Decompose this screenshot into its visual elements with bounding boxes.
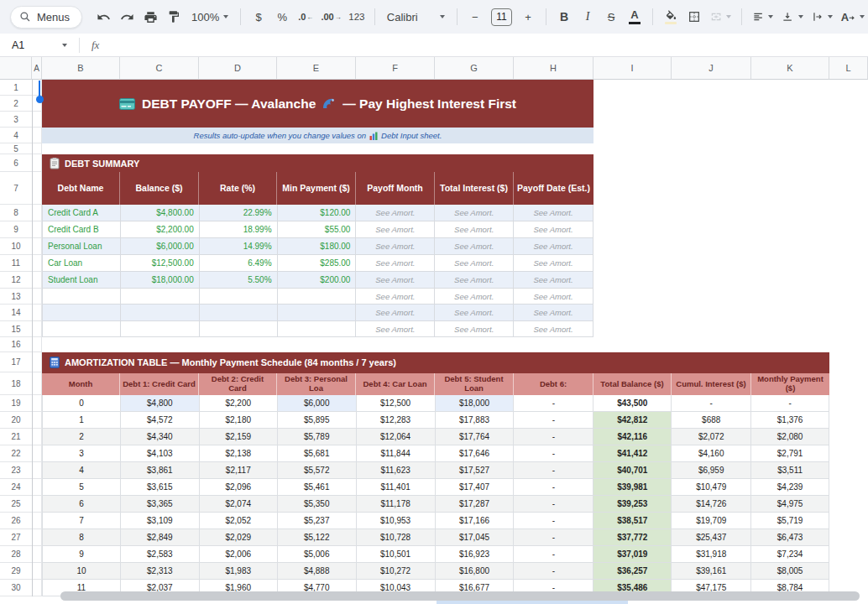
amortization-cell[interactable]: $5,122 — [278, 529, 357, 546]
amortization-cell[interactable]: $3,365 — [121, 496, 200, 513]
debt-summary-cell[interactable]: See Amort. — [514, 321, 593, 337]
debt-summary-cell[interactable]: See Amort. — [514, 238, 593, 255]
amortization-col-header[interactable]: Debt 2: Credit Card — [199, 373, 277, 395]
amortization-cell[interactable]: $5,895 — [278, 412, 357, 429]
debt-summary-cell[interactable] — [278, 305, 357, 321]
decrease-font-size-button[interactable]: − — [464, 6, 486, 28]
amortization-cell[interactable]: $2,029 — [200, 529, 278, 546]
row-header-22[interactable]: 22 — [0, 445, 32, 462]
debt-summary-cell[interactable] — [43, 289, 121, 305]
amortization-cell[interactable]: $2,200 — [200, 395, 278, 412]
amortization-cell[interactable]: $36,257 — [593, 563, 672, 580]
row-header-3[interactable]: 3 — [0, 112, 32, 128]
cell-A29[interactable] — [32, 563, 42, 580]
debt-summary-cell[interactable]: $18,000.00 — [121, 272, 200, 289]
debt-summary-cell[interactable]: $285.00 — [278, 255, 357, 272]
amortization-cell[interactable]: $18,000 — [436, 395, 515, 412]
italic-button[interactable]: I — [577, 6, 599, 28]
increase-font-size-button[interactable]: + — [517, 6, 539, 28]
amortization-col-header[interactable]: Debt 5: Student Loan — [435, 373, 514, 395]
amortization-cell[interactable]: - — [514, 496, 593, 513]
amortization-cell[interactable]: $16,800 — [436, 563, 515, 580]
row-header-8[interactable]: 8 — [0, 205, 32, 221]
amortization-col-header[interactable]: Total Balance ($) — [593, 373, 672, 395]
amortization-cell[interactable]: $3,109 — [121, 513, 200, 529]
debt-summary-cell[interactable]: See Amort. — [514, 272, 593, 289]
strikethrough-button[interactable]: S — [600, 6, 622, 28]
amortization-cell[interactable]: $12,500 — [357, 395, 436, 412]
horizontal-scrollbar[interactable] — [60, 591, 860, 601]
amortization-cell[interactable]: $2,159 — [200, 429, 278, 445]
format-percent-button[interactable]: % — [271, 6, 293, 28]
select-all-corner[interactable] — [0, 57, 32, 80]
font-size-input[interactable]: 11 — [491, 8, 512, 26]
amortization-cell[interactable]: $37,772 — [593, 529, 672, 546]
menus-button[interactable]: Menus — [10, 6, 82, 29]
amortization-cell[interactable]: $3,861 — [121, 462, 200, 479]
debt-summary-cell[interactable]: Car Loan — [43, 255, 121, 272]
amortization-cell[interactable]: $4,975 — [751, 496, 829, 513]
debt-summary-cell[interactable]: $2,200.00 — [121, 221, 200, 238]
column-header-L[interactable]: L — [829, 57, 868, 80]
amortization-cell[interactable]: $37,019 — [593, 546, 672, 563]
debt-summary-cell[interactable]: 18.99% — [200, 221, 278, 238]
decrease-decimal-button[interactable]: .0← — [295, 6, 316, 28]
bold-button[interactable]: B — [553, 6, 575, 28]
amortization-cell[interactable]: $6,959 — [672, 462, 751, 479]
amortization-cell[interactable]: $17,527 — [436, 462, 515, 479]
cell-reference-box[interactable]: A1 — [0, 39, 74, 51]
debt-summary-cell[interactable]: Student Loan — [43, 272, 121, 289]
amortization-cell[interactable]: 5 — [43, 479, 121, 496]
debt-summary-cell[interactable]: See Amort. — [356, 289, 435, 305]
row-header-6[interactable]: 6 — [0, 154, 32, 172]
debt-summary-cell[interactable]: $6,000.00 — [121, 238, 200, 255]
amortization-cell[interactable]: $5,572 — [278, 462, 357, 479]
column-header-G[interactable]: G — [435, 57, 514, 80]
amortization-cell[interactable]: $10,728 — [357, 529, 436, 546]
text-color-button[interactable]: A — [624, 6, 646, 28]
amortization-cell[interactable]: $6,000 — [278, 395, 357, 412]
amortization-cell[interactable]: 10 — [43, 563, 121, 580]
amortization-cell[interactable]: $42,116 — [593, 429, 672, 445]
sheet-subtitle[interactable]: Results auto-update when you change valu… — [42, 128, 593, 143]
amortization-cell[interactable]: - — [751, 395, 829, 412]
column-header-C[interactable]: C — [120, 57, 199, 80]
debt-summary-col-header[interactable]: Total Interest ($) — [435, 172, 514, 205]
debt-summary-cell[interactable]: $120.00 — [278, 205, 357, 221]
vertical-align-button[interactable] — [778, 6, 806, 28]
amortization-cell[interactable]: $2,096 — [200, 479, 278, 496]
cell-A27[interactable] — [32, 529, 42, 546]
amortization-col-header[interactable]: Cumul. Interest ($) — [672, 373, 751, 395]
debt-summary-cell[interactable]: 6.49% — [200, 255, 278, 272]
cell-A13[interactable] — [32, 289, 42, 305]
debt-summary-cell[interactable]: See Amort. — [435, 221, 514, 238]
font-family-select[interactable]: Calibri — [382, 6, 450, 28]
amortization-cell[interactable]: - — [514, 479, 593, 496]
cell-A16[interactable] — [32, 337, 42, 352]
cell-A7[interactable] — [32, 172, 42, 205]
print-button[interactable] — [139, 6, 161, 28]
debt-summary-cell[interactable]: See Amort. — [356, 255, 435, 272]
row-header-9[interactable]: 9 — [0, 221, 32, 238]
column-header-J[interactable]: J — [672, 57, 751, 80]
amortization-cell[interactable]: $17,764 — [436, 429, 515, 445]
row-header-2[interactable]: 2 — [0, 96, 32, 112]
column-header-I[interactable]: I — [593, 57, 672, 80]
column-header-K[interactable]: K — [751, 57, 829, 80]
cell-A10[interactable] — [32, 238, 42, 255]
debt-summary-section-header[interactable]: DEBT SUMMARY — [42, 154, 593, 172]
amortization-cell[interactable]: $38,517 — [593, 513, 672, 529]
amortization-cell[interactable]: $11,623 — [357, 462, 436, 479]
amortization-cell[interactable]: $11,401 — [357, 479, 436, 496]
amortization-col-header[interactable]: Debt 4: Car Loan — [356, 373, 435, 395]
cell-A23[interactable] — [32, 462, 42, 479]
column-header-H[interactable]: H — [514, 57, 593, 80]
amortization-cell[interactable]: $5,719 — [751, 513, 829, 529]
amortization-cell[interactable]: $10,501 — [357, 546, 436, 563]
cell-A5[interactable] — [32, 143, 42, 154]
debt-summary-cell[interactable]: $12,500.00 — [121, 255, 200, 272]
debt-summary-cell[interactable] — [121, 289, 200, 305]
amortization-col-header[interactable]: Debt 1: Credit Card — [120, 373, 199, 395]
debt-summary-cell[interactable] — [43, 321, 121, 337]
column-header-B[interactable]: B — [42, 57, 120, 80]
